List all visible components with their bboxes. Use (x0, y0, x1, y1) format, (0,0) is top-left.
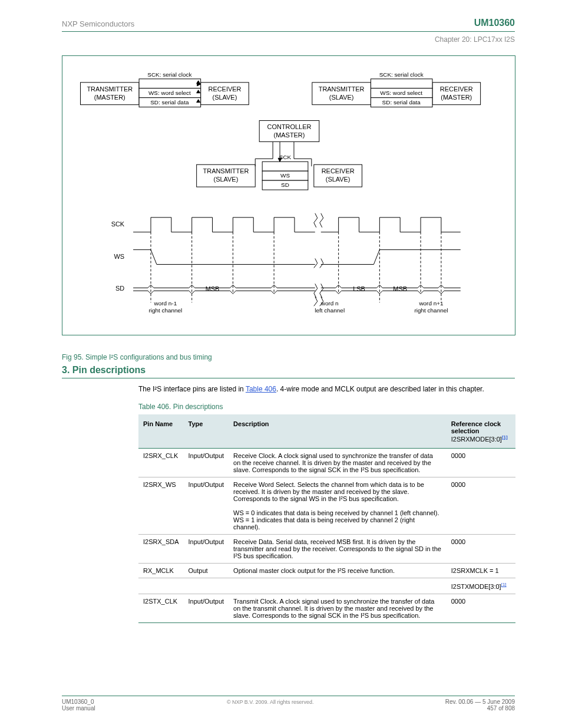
block-rx-slave-l1: RECEIVER (208, 85, 241, 93)
figure-box: TRANSMITTER (MASTER) RECEIVER (SLAVE) SC… (62, 55, 515, 335)
header-doc-id: UM10360 (474, 18, 515, 28)
table-row: RX_MCLKOutputOptional master clock outpu… (138, 564, 515, 578)
block-tx-slave-l2: (SLAVE) (329, 94, 354, 101)
cell-type: Input/Output (184, 535, 229, 564)
figure-95-caption: Fig 95. Simple I²S configurations and bu… (62, 353, 515, 361)
cell-type: Input/Output (184, 449, 229, 477)
timing-lsb: LSB (353, 285, 365, 292)
block-controller-l2: (MASTER) (274, 131, 305, 139)
ctrl-sd: SD (281, 182, 289, 188)
cell-pin: I2STX_CLK (138, 594, 184, 623)
timing-ws-label: WS (114, 253, 125, 260)
word-n-l1: word n (320, 300, 339, 307)
ws-label-r: WS: word select (380, 90, 422, 96)
footer-doc-id: UM10360_0 (62, 699, 95, 705)
cell-pin: RX_MCLK (138, 564, 184, 578)
block-rx-slave-l2: (SLAVE) (213, 94, 237, 101)
para-post: . 4-wire mode and MCLK output are descri… (276, 385, 484, 393)
table-406-link[interactable]: Table 406 (246, 385, 276, 393)
cell-type: Input/Output (184, 477, 229, 535)
block-tx-master-l1: TRANSMITTER (87, 85, 133, 93)
cell-ref: 0000 (447, 477, 515, 535)
cell-ref: I2SRXMCLK = 1 (447, 564, 515, 578)
timing-sck-label: SCK (111, 220, 125, 228)
cell-type (184, 578, 229, 594)
footer-rev: Rev. 00.06 — 5 June 2009 (445, 699, 515, 705)
sd-label-r: SD: serial data (382, 99, 421, 106)
timing-msb-2: MSB (393, 285, 407, 292)
th-desc: Description (229, 414, 447, 449)
timing-msb-1: MSB (206, 285, 220, 292)
page-header: NXP Semiconductors UM10360 (62, 18, 515, 32)
block-tx-master-l2: (MASTER) (94, 94, 125, 101)
header-chapter: Chapter 20: LPC17xx I2S (62, 35, 515, 44)
ctrl-ws: WS (280, 172, 290, 179)
svg-rect-11 (371, 79, 432, 88)
table-row: I2SRX_CLKInput/OutputReceive Clock. A cl… (138, 449, 515, 477)
block-rx-master-l1: RECEIVER (440, 85, 473, 93)
block-rx-slave2-l1: RECEIVER (322, 167, 355, 174)
th-pin: Pin Name (138, 414, 184, 449)
table-row: I2SRX_SDAInput/OutputReceive Data. Seria… (138, 535, 515, 564)
sd-label-l: SD: serial data (150, 99, 189, 106)
block-controller-l1: CONTROLLER (267, 123, 312, 130)
block-tx-slave2-l1: TRANSMITTER (203, 167, 249, 174)
th-ref: Reference clock selection I2SRXMODE[3:0]… (447, 414, 515, 449)
word-nm1-l1: word n-1 (154, 300, 177, 307)
svg-rect-2 (139, 79, 201, 88)
cell-ref: I2STXMODE[3:0][1] (447, 578, 515, 594)
table-row: I2SRX_WSInput/OutputReceive Word Select.… (138, 477, 515, 535)
th-type: Type (184, 414, 229, 449)
section-3-para: The I²S interface pins are listed in Tab… (138, 384, 515, 394)
word-np1-l2: right channel (415, 307, 448, 314)
footnote-link[interactable]: [1] (501, 582, 507, 587)
svg-rect-17 (262, 162, 308, 171)
block-rx-slave2-l2: (SLAVE) (326, 176, 351, 183)
cell-ref: 0000 (447, 535, 515, 564)
word-nm1-l2: right channel (148, 307, 182, 314)
table-row: I2STX_CLKInput/OutputTransmit Clock. A c… (138, 594, 515, 623)
cell-desc: Transmit Clock. A clock signal used to s… (229, 594, 447, 623)
timing-sd-label: SD (115, 285, 124, 292)
table-row: I2STXMODE[3:0][1] (138, 578, 515, 594)
sck-label-r: SCK: serial clock (379, 71, 424, 78)
section-3-title: 3. Pin descriptions (62, 365, 515, 378)
footer-doc-type: User manual (62, 705, 95, 711)
para-pre: The I²S interface pins are listed in (138, 385, 246, 393)
cell-pin (138, 578, 184, 594)
page-footer: UM10360_0 User manual © NXP B.V. 2009. A… (62, 696, 515, 711)
block-rx-master-l2: (MASTER) (441, 94, 472, 101)
chapter-title: Chapter 20: LPC17xx I2S (435, 35, 515, 44)
footer-copyright: © NXP B.V. 2009. All rights reserved. (227, 699, 314, 705)
cell-pin: I2SRX_WS (138, 477, 184, 535)
footer-page: 457 of 808 (445, 705, 515, 711)
header-brand: NXP Semiconductors (62, 19, 134, 28)
footnote-link-1[interactable]: [1] (502, 434, 508, 440)
cell-desc (229, 578, 447, 594)
word-np1-l1: word n+1 (418, 300, 444, 307)
sck-label-l: SCK: serial clock (147, 71, 191, 78)
word-n-l2: left channel (315, 307, 345, 314)
cell-ref: 0000 (447, 449, 515, 477)
cell-pin: I2SRX_SDA (138, 535, 184, 564)
cell-desc: Receive Word Select. Selects the channel… (229, 477, 447, 535)
cell-ref: 0000 (447, 594, 515, 623)
cell-desc: Optional master clock output for the I²S… (229, 564, 447, 578)
cell-type: Input/Output (184, 594, 229, 623)
block-tx-slave-l1: TRANSMITTER (319, 85, 365, 93)
cell-desc: Receive Clock. A clock signal used to sy… (229, 449, 447, 477)
table-406-caption: Table 406. Pin descriptions (138, 403, 515, 411)
block-tx-slave2-l2: (SLAVE) (214, 176, 239, 183)
table-406: Pin Name Type Description Reference cloc… (138, 414, 515, 623)
cell-pin: I2SRX_CLK (138, 449, 184, 477)
ws-label-l: WS: word select (148, 90, 191, 96)
cell-desc: Receive Data. Serial data, received MSB … (229, 535, 447, 564)
cell-type: Output (184, 564, 229, 578)
